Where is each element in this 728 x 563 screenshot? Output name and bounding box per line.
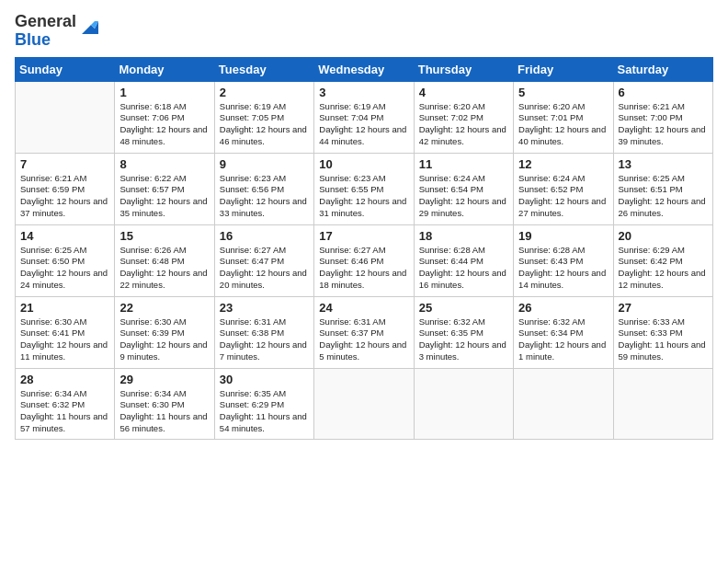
day-number: 26 [518,301,608,315]
logo: General Blue [15,13,98,50]
calendar-cell: 12Sunrise: 6:24 AMSunset: 6:52 PMDayligh… [514,153,613,224]
day-info: Sunrise: 6:32 AMSunset: 6:35 PMDaylight:… [419,316,508,363]
day-number: 24 [319,301,408,315]
calendar-week-3: 14Sunrise: 6:25 AMSunset: 6:50 PMDayligh… [16,224,713,296]
calendar-cell: 16Sunrise: 6:27 AMSunset: 6:47 PMDayligh… [214,224,313,296]
day-info: Sunrise: 6:25 AMSunset: 6:50 PMDaylight:… [20,245,109,292]
day-info: Sunrise: 6:22 AMSunset: 6:57 PMDaylight:… [119,173,209,220]
calendar-cell: 13Sunrise: 6:25 AMSunset: 6:51 PMDayligh… [613,153,712,224]
calendar-cell: 30Sunrise: 6:35 AMSunset: 6:29 PMDayligh… [214,368,313,439]
calendar-cell: 17Sunrise: 6:27 AMSunset: 6:46 PMDayligh… [314,224,414,296]
calendar-cell: 22Sunrise: 6:30 AMSunset: 6:39 PMDayligh… [115,296,214,368]
day-number: 10 [319,157,408,171]
calendar-cell: 6Sunrise: 6:21 AMSunset: 7:00 PMDaylight… [613,81,712,153]
day-info: Sunrise: 6:30 AMSunset: 6:41 PMDaylight:… [20,316,109,363]
day-info: Sunrise: 6:29 AMSunset: 6:42 PMDaylight:… [619,245,708,292]
logo-general: General [15,12,76,30]
calendar-cell [16,81,115,153]
day-number: 12 [518,157,608,171]
day-number: 7 [20,157,109,171]
calendar-cell: 23Sunrise: 6:31 AMSunset: 6:38 PMDayligh… [214,296,313,368]
day-number: 3 [319,86,408,99]
calendar-cell [414,368,513,439]
day-info: Sunrise: 6:25 AMSunset: 6:51 PMDaylight:… [619,173,708,220]
day-info: Sunrise: 6:33 AMSunset: 6:33 PMDaylight:… [619,316,708,363]
day-info: Sunrise: 6:24 AMSunset: 6:52 PMDaylight:… [518,173,608,220]
calendar-cell: 1Sunrise: 6:18 AMSunset: 7:06 PMDaylight… [115,81,214,153]
calendar-cell: 15Sunrise: 6:26 AMSunset: 6:48 PMDayligh… [115,224,214,296]
calendar-cell: 19Sunrise: 6:28 AMSunset: 6:43 PMDayligh… [514,224,613,296]
day-info: Sunrise: 6:26 AMSunset: 6:48 PMDaylight:… [119,245,209,292]
calendar-week-5: 28Sunrise: 6:34 AMSunset: 6:32 PMDayligh… [16,368,713,439]
day-number: 16 [220,229,309,243]
day-number: 25 [419,301,508,315]
day-number: 21 [20,301,109,315]
calendar-cell: 10Sunrise: 6:23 AMSunset: 6:55 PMDayligh… [314,153,414,224]
calendar-cell: 14Sunrise: 6:25 AMSunset: 6:50 PMDayligh… [16,224,115,296]
calendar-cell: 8Sunrise: 6:22 AMSunset: 6:57 PMDaylight… [115,153,214,224]
day-number: 14 [20,229,109,243]
day-info: Sunrise: 6:35 AMSunset: 6:29 PMDaylight:… [220,388,309,435]
day-info: Sunrise: 6:19 AMSunset: 7:05 PMDaylight:… [220,101,309,148]
day-number: 28 [20,373,109,386]
day-number: 13 [619,157,708,171]
day-number: 9 [220,157,309,171]
calendar-table: SundayMondayTuesdayWednesdayThursdayFrid… [15,57,713,440]
day-number: 30 [220,373,309,386]
calendar-cell: 27Sunrise: 6:33 AMSunset: 6:33 PMDayligh… [613,296,712,368]
calendar-cell: 9Sunrise: 6:23 AMSunset: 6:56 PMDaylight… [214,153,313,224]
day-number: 17 [319,229,408,243]
day-info: Sunrise: 6:19 AMSunset: 7:04 PMDaylight:… [319,101,408,148]
day-number: 6 [619,86,708,99]
day-number: 15 [119,229,209,243]
calendar-cell: 4Sunrise: 6:20 AMSunset: 7:02 PMDaylight… [414,81,513,153]
day-number: 27 [619,301,708,315]
day-number: 22 [119,301,209,315]
calendar-cell: 2Sunrise: 6:19 AMSunset: 7:05 PMDaylight… [214,81,313,153]
weekday-monday: Monday [115,57,214,81]
day-number: 19 [518,229,608,243]
weekday-sunday: Sunday [16,57,115,81]
calendar-cell: 20Sunrise: 6:29 AMSunset: 6:42 PMDayligh… [613,224,712,296]
calendar-cell: 7Sunrise: 6:21 AMSunset: 6:59 PMDaylight… [16,153,115,224]
day-info: Sunrise: 6:23 AMSunset: 6:55 PMDaylight:… [319,173,408,220]
logo-text: General Blue [15,13,76,50]
calendar-cell [514,368,613,439]
day-info: Sunrise: 6:21 AMSunset: 6:59 PMDaylight:… [20,173,109,220]
day-number: 11 [419,157,508,171]
day-info: Sunrise: 6:27 AMSunset: 6:46 PMDaylight:… [319,245,408,292]
calendar-cell: 29Sunrise: 6:34 AMSunset: 6:30 PMDayligh… [115,368,214,439]
calendar-week-2: 7Sunrise: 6:21 AMSunset: 6:59 PMDaylight… [16,153,713,224]
calendar-cell: 28Sunrise: 6:34 AMSunset: 6:32 PMDayligh… [16,368,115,439]
day-info: Sunrise: 6:20 AMSunset: 7:02 PMDaylight:… [419,101,508,148]
day-info: Sunrise: 6:23 AMSunset: 6:56 PMDaylight:… [220,173,309,220]
logo-blue: Blue [15,30,51,49]
day-info: Sunrise: 6:31 AMSunset: 6:37 PMDaylight:… [319,316,408,363]
day-info: Sunrise: 6:34 AMSunset: 6:30 PMDaylight:… [119,388,209,435]
calendar-cell: 18Sunrise: 6:28 AMSunset: 6:44 PMDayligh… [414,224,513,296]
weekday-friday: Friday [514,57,613,81]
day-info: Sunrise: 6:31 AMSunset: 6:38 PMDaylight:… [220,316,309,363]
day-number: 23 [220,301,309,315]
page-header: General Blue [15,9,713,50]
weekday-tuesday: Tuesday [214,57,313,81]
day-info: Sunrise: 6:27 AMSunset: 6:47 PMDaylight:… [220,245,309,292]
day-info: Sunrise: 6:24 AMSunset: 6:54 PMDaylight:… [419,173,508,220]
weekday-thursday: Thursday [414,57,513,81]
day-info: Sunrise: 6:20 AMSunset: 7:01 PMDaylight:… [518,101,608,148]
calendar-cell: 5Sunrise: 6:20 AMSunset: 7:01 PMDaylight… [514,81,613,153]
calendar-cell [314,368,414,439]
calendar-cell: 25Sunrise: 6:32 AMSunset: 6:35 PMDayligh… [414,296,513,368]
day-info: Sunrise: 6:21 AMSunset: 7:00 PMDaylight:… [619,101,708,148]
calendar-week-1: 1Sunrise: 6:18 AMSunset: 7:06 PMDaylight… [16,81,713,153]
calendar-cell: 3Sunrise: 6:19 AMSunset: 7:04 PMDaylight… [314,81,414,153]
weekday-header-row: SundayMondayTuesdayWednesdayThursdayFrid… [16,57,713,81]
day-number: 8 [119,157,209,171]
day-info: Sunrise: 6:32 AMSunset: 6:34 PMDaylight:… [518,316,608,363]
calendar-cell: 24Sunrise: 6:31 AMSunset: 6:37 PMDayligh… [314,296,414,368]
calendar-cell: 26Sunrise: 6:32 AMSunset: 6:34 PMDayligh… [514,296,613,368]
day-number: 5 [518,86,608,99]
weekday-saturday: Saturday [613,57,712,81]
logo-icon [78,17,98,41]
calendar-week-4: 21Sunrise: 6:30 AMSunset: 6:41 PMDayligh… [16,296,713,368]
